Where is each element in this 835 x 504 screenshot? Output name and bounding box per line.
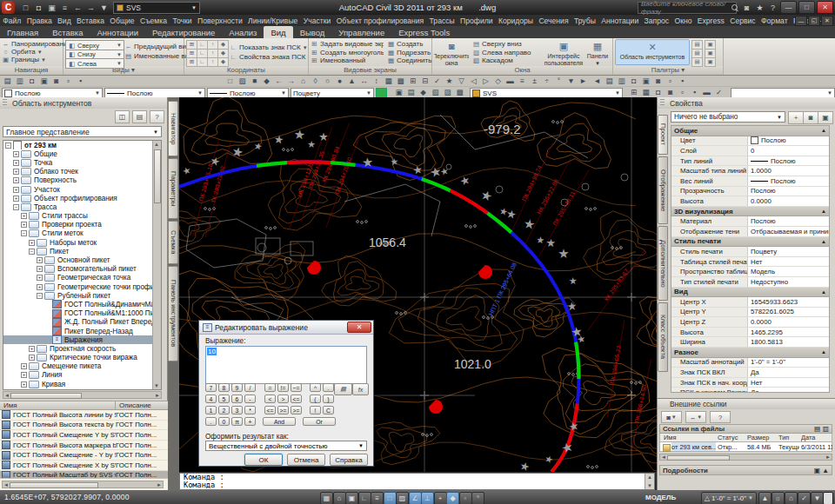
tree-expander-icon[interactable]: + (13, 187, 19, 193)
tree-item-Поверхность[interactable]: +Поверхность (3, 176, 161, 185)
property-value[interactable]: Отбрасываемая и принимаем... (748, 227, 829, 236)
redo-icon[interactable]: → (85, 3, 97, 13)
tree-expander-icon[interactable]: + (21, 213, 27, 219)
tool-icon[interactable]: ° (553, 76, 564, 86)
quick-select-button[interactable]: + (788, 111, 804, 124)
tree-expander-icon[interactable]: + (21, 381, 27, 388)
status-tool-1[interactable]: ☼ (772, 492, 785, 504)
help-icon[interactable]: ? (767, 3, 778, 13)
properties-tab-Отображение[interactable]: Отображение (658, 156, 668, 224)
ribbon-tab-редактирование[interactable]: Редактирование (145, 26, 222, 38)
tree-item-Пикет[interactable]: −Пикет (3, 247, 161, 255)
tree-expander-icon[interactable]: + (21, 222, 27, 228)
property-value[interactable]: Модель (748, 267, 829, 276)
tree-item-Проверки проекта[interactable]: +Проверки проекта (3, 221, 161, 229)
tree-expander-icon[interactable]: + (29, 355, 35, 361)
tree-expander-icon[interactable]: + (13, 160, 19, 166)
tool-icon[interactable]: ▦ (383, 76, 394, 86)
tree-expander-icon[interactable]: + (37, 284, 43, 290)
key-=[interactable]: = (264, 383, 276, 392)
ribbon-item-Границы[interactable]: ▣Границы▼ (2, 56, 46, 63)
key-5[interactable]: 5 (218, 395, 230, 403)
tool-icon[interactable]: ▥ (616, 76, 627, 86)
tool-icon[interactable]: ⌂ (297, 76, 309, 86)
menu-item-профили[interactable]: Профили (458, 17, 496, 25)
tool-icon[interactable]: ▪ (75, 76, 86, 86)
menu-item-вставка[interactable]: Вставка (74, 17, 107, 25)
palette-tool-icon[interactable]: ▣ (705, 57, 716, 67)
tool-icon[interactable]: ◊ (310, 76, 321, 86)
key-1[interactable]: 1 (205, 406, 217, 414)
menu-item-формат[interactable]: Формат (758, 17, 791, 25)
expression-textarea[interactable]: 10 (205, 346, 367, 384)
menu-item-аннотации[interactable]: Аннотации (598, 17, 641, 25)
cancel-button[interactable]: Отмена (287, 454, 325, 466)
key-<[interactable]: < (264, 395, 276, 403)
tool-icon[interactable]: ≡ (517, 76, 528, 86)
tool-icon[interactable]: ▫ (677, 88, 688, 97)
property-value[interactable]: Да (748, 388, 829, 393)
tree-item-от 293 км[interactable]: −от 293 км (3, 141, 161, 149)
palette-grip[interactable] (3, 99, 7, 107)
tree-item-Геометрическая точка[interactable]: +Геометрическая точка (3, 274, 161, 282)
status-tool-0[interactable]: ▲ (758, 492, 772, 504)
insert-function-button[interactable]: fx (352, 383, 369, 395)
tool-icon[interactable]: ▬ (504, 76, 516, 86)
status-toggle-8[interactable]: ⊥ (421, 492, 434, 504)
tool-icon[interactable]: ▣ (393, 88, 404, 97)
tree-item-Выражения[interactable]: ≡Выражения (3, 335, 161, 344)
panel-label[interactable]: Навигация (0, 66, 63, 75)
user-interface-button[interactable]: ▣Интерфейс пользователя (544, 39, 584, 65)
tree-item-Проектная скорость[interactable]: +Проектная скорость (3, 344, 161, 353)
tree-expander-icon[interactable]: + (21, 363, 27, 369)
xref-col-Тип[interactable]: Тип (778, 434, 799, 441)
file-references-header[interactable]: Ссылки на файлы ▤ ▥ (659, 424, 832, 434)
tool-icon[interactable]: ▪ (689, 88, 700, 97)
status-toggle-12[interactable]: ° (471, 492, 484, 504)
tool-icon[interactable]: ▤ (2, 76, 13, 86)
key-Or[interactable]: Or (303, 417, 336, 426)
property-value[interactable]: 1'-0" = 1'-0" (748, 358, 829, 368)
list-item[interactable]: ГОСТ Полный Высота линии by SVS v2.1ГОСТ… (0, 410, 168, 421)
status-toggle-0[interactable]: ▦ (320, 492, 333, 504)
qat-layer-combo[interactable]: SVS ▼ (113, 2, 200, 14)
favorites-icon[interactable]: ★ (754, 3, 765, 13)
status-toggle-5[interactable]: □ (384, 492, 397, 504)
property-value[interactable]: 1.0000 (748, 166, 829, 176)
menu-item-линии/кривые[interactable]: Линии/Кривые (245, 17, 301, 25)
key-And[interactable]: And (263, 417, 296, 426)
tool-icon[interactable]: ◆ (418, 88, 429, 97)
property-value[interactable]: Послою (748, 136, 829, 146)
property-value[interactable]: 1465.2295 (748, 328, 829, 337)
view-combo-Слева[interactable]: ◧Слева▼ (65, 58, 124, 69)
ribbon-tab-управление[interactable]: Управление (331, 26, 391, 38)
tree-expander-icon[interactable]: − (5, 143, 11, 149)
status-toggle-2[interactable]: ▣ (345, 492, 358, 504)
list-item[interactable]: ГОСТ Полный Смещение - Y by SVS v2.1ГОСТ… (0, 450, 168, 461)
key-C[interactable]: C (323, 406, 334, 414)
xref-help-button[interactable]: ? (710, 411, 731, 423)
tool-icon[interactable]: ↔ (358, 76, 370, 86)
ribbon-tab-вставка[interactable]: Вставка (45, 26, 90, 38)
tree-item-Линия[interactable]: +Линия (3, 371, 161, 380)
key-/[interactable]: / (244, 383, 256, 392)
tree-expander-icon[interactable]: − (13, 204, 19, 210)
doc-minimize-button[interactable]: — (795, 16, 807, 26)
pin-button[interactable]: ◫ (115, 110, 130, 123)
tool-icon[interactable]: ★ (444, 76, 455, 86)
xref-col-Размер[interactable]: Размер (747, 434, 777, 441)
property-section-Разное[interactable]: Разное▲ (671, 348, 829, 358)
menu-item-поверхности[interactable]: Поверхности (195, 17, 245, 25)
menu-item-окно[interactable]: Окно (671, 17, 694, 25)
property-value[interactable]: Послою (748, 176, 829, 186)
tree-item-Пикет Вперед-Назад[interactable]: Пикет Вперед-Назад (3, 327, 161, 335)
doc-close-button[interactable]: ✕ (821, 16, 833, 26)
search-icon[interactable] (731, 3, 739, 12)
tool-icon[interactable]: ▣ (38, 76, 50, 86)
ribbon-item-Свойства знака ПСК[interactable]: ∟Свойства знака ПСК (230, 53, 305, 61)
key-.[interactable]: . (205, 417, 217, 426)
key-^[interactable]: ^ (310, 383, 321, 392)
property-value[interactable]: 5782261.6025 (748, 308, 829, 317)
ribbon-item-Создать многоугольный[interactable]: ⊞Создать многоугольный▼ (311, 49, 384, 56)
object-selector-combo[interactable]: Ничего не выбрано▼ (671, 111, 785, 123)
